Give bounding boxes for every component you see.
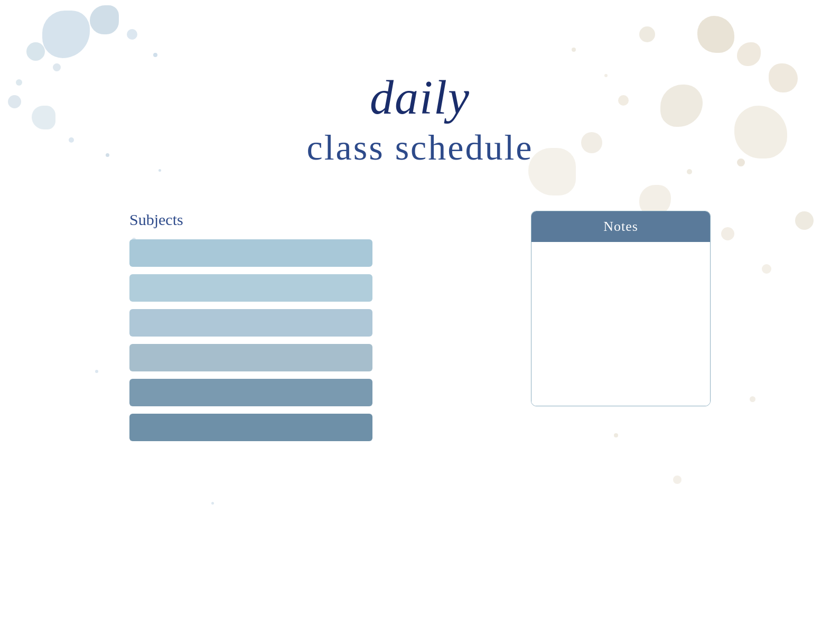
subject-row[interactable] bbox=[129, 309, 372, 337]
subject-row[interactable] bbox=[129, 379, 372, 406]
notes-header: Notes bbox=[531, 211, 710, 242]
main-content: Subjects Notes bbox=[129, 211, 711, 441]
subject-row[interactable] bbox=[129, 344, 372, 371]
subject-row[interactable] bbox=[129, 274, 372, 302]
subjects-section: Subjects bbox=[129, 211, 489, 441]
title-subtitle: class schedule bbox=[306, 127, 533, 169]
subjects-label: Subjects bbox=[129, 211, 489, 229]
subject-row[interactable] bbox=[129, 414, 372, 441]
notes-box: Notes bbox=[531, 211, 711, 406]
page-content: daily class schedule Subjects Notes bbox=[0, 0, 840, 634]
subject-rows-container bbox=[129, 239, 489, 441]
notes-body[interactable] bbox=[531, 242, 710, 406]
subject-row[interactable] bbox=[129, 239, 372, 267]
title-section: daily class schedule bbox=[306, 74, 533, 169]
notes-section: Notes bbox=[531, 211, 711, 441]
title-daily: daily bbox=[306, 74, 533, 122]
